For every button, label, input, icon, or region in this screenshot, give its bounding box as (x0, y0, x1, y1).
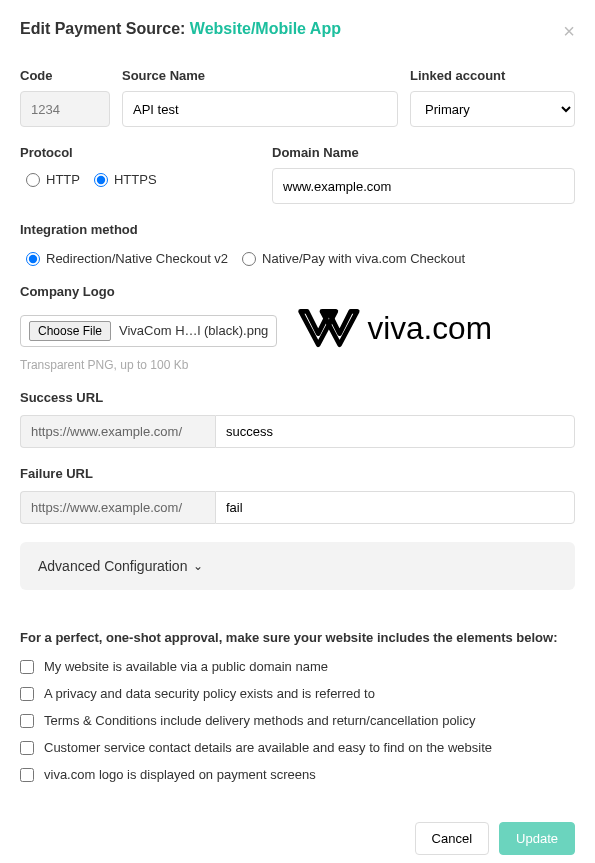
protocol-http-radio[interactable] (26, 173, 40, 187)
integration-opt2-radio[interactable] (242, 252, 256, 266)
modal-footer: Cancel Update (20, 822, 575, 855)
linked-account-field: Linked account Primary (410, 68, 575, 127)
logo-hint: Transparent PNG, up to 100 Kb (20, 358, 575, 372)
protocol-http-option[interactable]: HTTP (26, 172, 80, 187)
domain-name-label: Domain Name (272, 145, 575, 160)
modal-header: Edit Payment Source: Website/Mobile App … (20, 20, 575, 43)
source-name-input[interactable] (122, 91, 398, 127)
linked-account-label: Linked account (410, 68, 575, 83)
failure-url-label: Failure URL (20, 466, 575, 481)
integration-opt2-option[interactable]: Native/Pay with viva.com Checkout (242, 251, 465, 266)
checklist-checkbox-4[interactable] (20, 768, 34, 782)
checklist-item-0[interactable]: My website is available via a public dom… (20, 659, 575, 674)
linked-account-select[interactable]: Primary (410, 91, 575, 127)
choose-file-button[interactable]: Choose File (29, 321, 111, 341)
domain-name-input[interactable] (272, 168, 575, 204)
checklist-checkbox-3[interactable] (20, 741, 34, 755)
chevron-down-icon: ⌄ (193, 559, 203, 573)
close-icon[interactable]: × (563, 20, 575, 43)
code-label: Code (20, 68, 110, 83)
failure-url-input[interactable] (215, 491, 575, 524)
checklist-checkbox-2[interactable] (20, 714, 34, 728)
integration-field: Integration method Redirection/Native Ch… (20, 222, 575, 266)
checklist-item-3[interactable]: Customer service contact details are ava… (20, 740, 575, 755)
company-logo-label: Company Logo (20, 284, 575, 299)
code-input (20, 91, 110, 127)
protocol-http-label: HTTP (46, 172, 80, 187)
checklist-item-4[interactable]: viva.com logo is displayed on payment sc… (20, 767, 575, 782)
advanced-config-toggle[interactable]: Advanced Configuration ⌄ (20, 542, 575, 590)
success-url-label: Success URL (20, 390, 575, 405)
checklist-checkbox-1[interactable] (20, 687, 34, 701)
checklist-label-2: Terms & Conditions include delivery meth… (44, 713, 475, 728)
protocol-field: Protocol HTTP HTTPS (20, 145, 260, 204)
checklist-label-1: A privacy and data security policy exist… (44, 686, 375, 701)
source-name-field: Source Name (122, 68, 398, 127)
page-title: Edit Payment Source: Website/Mobile App (20, 20, 341, 38)
checklist-label-4: viva.com logo is displayed on payment sc… (44, 767, 316, 782)
title-accent: Website/Mobile App (190, 20, 341, 37)
failure-url-prefix: https://www.example.com/ (20, 491, 215, 524)
file-name: VivaCom H…l (black).png (119, 323, 268, 338)
protocol-https-label: HTTPS (114, 172, 157, 187)
integration-opt2-label: Native/Pay with viva.com Checkout (262, 251, 465, 266)
protocol-https-option[interactable]: HTTPS (94, 172, 157, 187)
integration-label: Integration method (20, 222, 575, 237)
source-name-label: Source Name (122, 68, 398, 83)
domain-name-field: Domain Name (272, 145, 575, 204)
viva-logo-icon: viva.com (295, 309, 575, 352)
cancel-button[interactable]: Cancel (415, 822, 489, 855)
protocol-https-radio[interactable] (94, 173, 108, 187)
checklist-checkbox-0[interactable] (20, 660, 34, 674)
success-url-group: https://www.example.com/ (20, 415, 575, 448)
title-prefix: Edit Payment Source: (20, 20, 190, 37)
success-url-input[interactable] (215, 415, 575, 448)
checklist-item-2[interactable]: Terms & Conditions include delivery meth… (20, 713, 575, 728)
company-logo-row: Choose File VivaCom H…l (black).png viva… (20, 309, 575, 352)
integration-opt1-radio[interactable] (26, 252, 40, 266)
file-input-box[interactable]: Choose File VivaCom H…l (black).png (20, 315, 277, 347)
checklist-label-3: Customer service contact details are ava… (44, 740, 492, 755)
protocol-label: Protocol (20, 145, 260, 160)
failure-url-group: https://www.example.com/ (20, 491, 575, 524)
svg-text:viva.com: viva.com (368, 310, 493, 346)
code-field: Code (20, 68, 110, 127)
update-button[interactable]: Update (499, 822, 575, 855)
checklist: My website is available via a public dom… (20, 659, 575, 782)
checklist-label-0: My website is available via a public dom… (44, 659, 328, 674)
success-url-prefix: https://www.example.com/ (20, 415, 215, 448)
checklist-heading: For a perfect, one-shot approval, make s… (20, 630, 575, 645)
integration-opt1-label: Redirection/Native Checkout v2 (46, 251, 228, 266)
checklist-item-1[interactable]: A privacy and data security policy exist… (20, 686, 575, 701)
integration-opt1-option[interactable]: Redirection/Native Checkout v2 (26, 251, 228, 266)
advanced-config-label: Advanced Configuration (38, 558, 187, 574)
